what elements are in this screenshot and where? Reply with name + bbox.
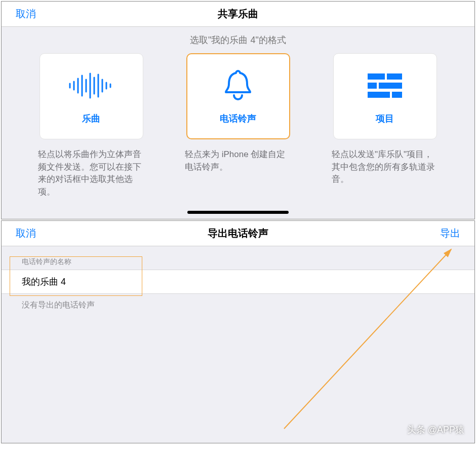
ringtone-name-input[interactable]: 我的乐曲 4 (2, 270, 474, 294)
bell-icon (222, 68, 254, 103)
format-options: 乐曲 轻点以将乐曲作为立体声音频文件发送。您可以在接下来的对话框中选取其他选项。… (2, 49, 474, 204)
panel-title: 导出电话铃声 (2, 226, 474, 240)
option-song[interactable]: 乐曲 (39, 53, 143, 139)
svg-rect-16 (392, 92, 402, 98)
option-song-label: 乐曲 (82, 112, 100, 125)
option-ringtone-label: 电话铃声 (220, 112, 256, 125)
option-project[interactable]: 项目 (333, 53, 437, 139)
option-ringtone-desc: 轻点来为 iPhone 创建自定电话铃声。 (185, 148, 291, 173)
option-project-desc: 轻点以发送"库乐队"项目，其中包含您的所有多轨道录音。 (332, 148, 438, 186)
header: 取消 导出电话铃声 导出 (2, 221, 474, 246)
share-song-panel: 取消 共享乐曲 选取"我的乐曲 4"的格式 (1, 1, 475, 219)
option-song-desc: 轻点以将乐曲作为立体声音频文件发送。您可以在接下来的对话框中选取其他选项。 (38, 148, 144, 199)
svg-rect-14 (379, 83, 402, 89)
export-ringtone-panel: 取消 导出电话铃声 导出 电话铃声的名称 我的乐曲 4 没有导出的电话铃声 头条… (1, 220, 475, 443)
format-subtitle: 选取"我的乐曲 4"的格式 (2, 27, 474, 49)
cancel-button[interactable]: 取消 (16, 226, 36, 240)
svg-rect-13 (368, 83, 377, 89)
home-indicator (187, 211, 289, 214)
option-ringtone[interactable]: 电话铃声 (186, 53, 290, 139)
ringtone-name-label: 电话铃声的名称 (2, 246, 474, 270)
panel-title: 共享乐曲 (2, 7, 474, 21)
header: 取消 共享乐曲 (2, 2, 474, 27)
svg-rect-15 (368, 92, 390, 98)
svg-rect-11 (368, 73, 385, 80)
option-project-label: 项目 (376, 112, 394, 125)
no-exported-note: 没有导出的电话铃声 (2, 294, 474, 311)
waveform-icon (66, 68, 116, 103)
watermark: 头条 @APP猿 (407, 424, 464, 436)
export-button[interactable]: 导出 (440, 226, 460, 240)
cancel-button[interactable]: 取消 (16, 7, 36, 21)
tracks-icon (367, 68, 403, 103)
svg-rect-12 (387, 73, 402, 80)
